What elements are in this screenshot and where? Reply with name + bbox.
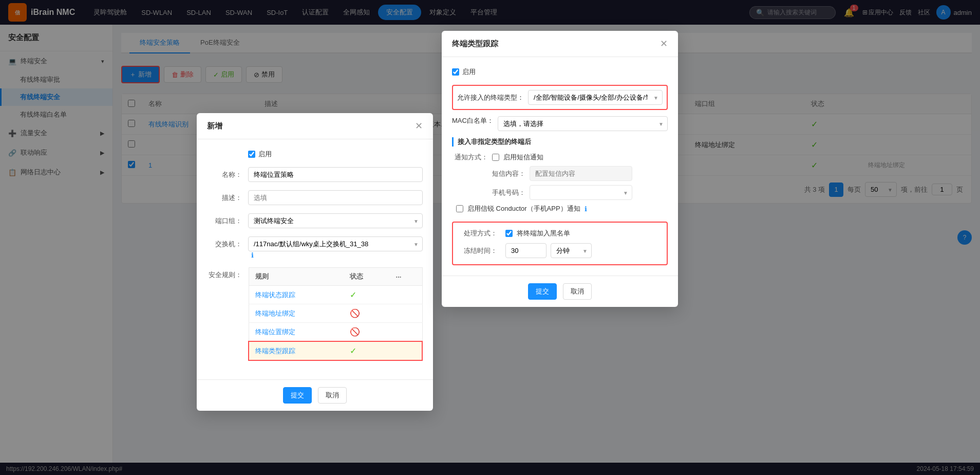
- rule-name-2[interactable]: 终端地址绑定: [255, 309, 295, 317]
- app-notify-label: 启用信锐 Conductor（手机APP）通知: [467, 204, 580, 213]
- rules-table: 规则 状态 ··· 终端状态跟踪 ✓ 终端地址绑定 �: [248, 267, 423, 361]
- switch-row: 交换机： /117nac/默认组/wky桌上交换机_31_38 ℹ: [207, 236, 423, 259]
- blacklist-row: 处理方式： 将终端加入黑名单: [461, 229, 658, 238]
- rule-row-3: 终端位置绑定 🚫: [249, 323, 422, 342]
- sms-notify-label: 启用短信通知: [503, 153, 543, 162]
- tracking-modal-close-button[interactable]: ✕: [660, 38, 668, 49]
- tracking-submit-button[interactable]: 提交: [528, 283, 557, 300]
- phone-label: 手机号码：: [492, 188, 525, 197]
- desc-input[interactable]: [248, 190, 423, 205]
- allow-type-label: 允许接入的终端类型：: [457, 93, 524, 102]
- name-label: 名称：: [207, 167, 248, 179]
- add-modal: 新增 ✕ 启用 名称： 描述： 端口组：: [197, 113, 433, 411]
- tracking-enable-row: 启用: [452, 67, 668, 77]
- rule-name-4[interactable]: 终端类型跟踪: [255, 347, 295, 355]
- switch-info-icon[interactable]: ℹ: [251, 251, 254, 259]
- tracking-cancel-button[interactable]: 取消: [563, 283, 592, 300]
- tracking-enable-label: 启用: [462, 67, 476, 77]
- security-rules-row: 安全规则： 规则 状态 ··· 终端状态跟踪 ✓: [207, 267, 423, 361]
- app-notify-info-icon[interactable]: ℹ: [585, 205, 587, 213]
- desc-label: 描述：: [207, 190, 248, 203]
- freeze-time-row: 冻结时间： 分钟 小时: [461, 243, 658, 258]
- tracking-modal-header: 终端类型跟踪 ✕: [442, 31, 678, 57]
- tracking-enable-checkbox[interactable]: [452, 68, 459, 76]
- add-modal-footer: 提交 取消: [197, 379, 433, 411]
- freeze-time-label: 冻结时间：: [461, 246, 497, 255]
- mac-whitelist-label: MAC白名单：: [452, 116, 494, 125]
- port-group-select[interactable]: 测试终端安全: [248, 213, 423, 228]
- add-enable-checkbox[interactable]: [248, 151, 255, 158]
- mac-whitelist-row: MAC白名单： 选填，请选择: [452, 116, 668, 131]
- process-label: 处理方式：: [461, 229, 497, 238]
- mac-whitelist-select[interactable]: 选填，请选择: [498, 116, 668, 131]
- tracking-modal-footer: 提交 取消: [442, 276, 678, 307]
- add-cancel-button[interactable]: 取消: [318, 387, 347, 404]
- rule-name-1[interactable]: 终端状态跟踪: [255, 291, 295, 299]
- add-submit-button[interactable]: 提交: [283, 387, 312, 404]
- sms-notify-checkbox[interactable]: [492, 154, 499, 161]
- rule-row-1: 终端状态跟踪 ✓: [249, 286, 422, 304]
- add-modal-header: 新增 ✕: [197, 113, 433, 139]
- name-row: 名称：: [207, 167, 423, 182]
- add-modal-body: 启用 名称： 描述： 端口组： 测试终端安全: [197, 139, 433, 379]
- app-notify-checkbox[interactable]: [456, 205, 463, 212]
- rules-col-status: 状态: [344, 268, 390, 286]
- rule-status-1: ✓: [350, 290, 356, 299]
- freeze-time-input[interactable]: [505, 243, 546, 258]
- freeze-unit-select[interactable]: 分钟 小时: [551, 243, 592, 258]
- port-group-row: 端口组： 测试终端安全: [207, 213, 423, 228]
- tracking-modal-body: 启用 允许接入的终端类型： /全部/智能设备/摄像头/全部/办公设备/笔记...…: [442, 57, 678, 276]
- blacklist-checkbox[interactable]: [505, 230, 513, 237]
- blacklist-label: 将终端加入黑名单: [517, 229, 570, 238]
- rule-status-2: 🚫: [350, 309, 360, 318]
- rule-row-2: 终端地址绑定 🚫: [249, 304, 422, 323]
- enable-row: 启用: [207, 150, 423, 159]
- tracking-modal: 终端类型跟踪 ✕ 启用 允许接入的终端类型： /全部/智能设备/摄像头/全部/办…: [442, 31, 678, 307]
- allow-type-section: 允许接入的终端类型： /全部/智能设备/摄像头/全部/办公设备/笔记...: [452, 85, 668, 110]
- rule-status-3: 🚫: [350, 327, 360, 336]
- allow-type-select[interactable]: /全部/智能设备/摄像头/全部/办公设备/笔记...: [528, 90, 663, 105]
- desc-row: 描述：: [207, 190, 423, 205]
- sms-content-input[interactable]: [530, 166, 632, 181]
- tracking-modal-title: 终端类型跟踪: [452, 39, 498, 49]
- process-section: 处理方式： 将终端加入黑名单 冻结时间： 分钟 小时: [452, 222, 668, 265]
- rules-col-rule: 规则: [249, 268, 344, 286]
- add-enable-label: 启用: [258, 150, 272, 159]
- after-section-label: 接入非指定类型的终端后: [452, 137, 668, 147]
- name-input[interactable]: [248, 167, 423, 182]
- switch-label: 交换机：: [207, 236, 248, 249]
- rule-name-3[interactable]: 终端位置绑定: [255, 328, 295, 336]
- phone-select[interactable]: [530, 185, 632, 200]
- security-rules-label: 安全规则：: [207, 267, 248, 280]
- rule-status-4: ✓: [350, 346, 356, 355]
- add-modal-title: 新增: [207, 121, 222, 131]
- switch-select[interactable]: /117nac/默认组/wky桌上交换机_31_38: [248, 236, 423, 251]
- notify-label: 通知方式：: [452, 153, 488, 162]
- rule-row-4-highlighted: 终端类型跟踪 ✓: [249, 341, 422, 360]
- add-modal-close-button[interactable]: ✕: [415, 120, 423, 132]
- sms-content-label: 短信内容：: [492, 169, 525, 178]
- rules-col-more: ···: [390, 268, 422, 286]
- port-group-label: 端口组：: [207, 213, 248, 226]
